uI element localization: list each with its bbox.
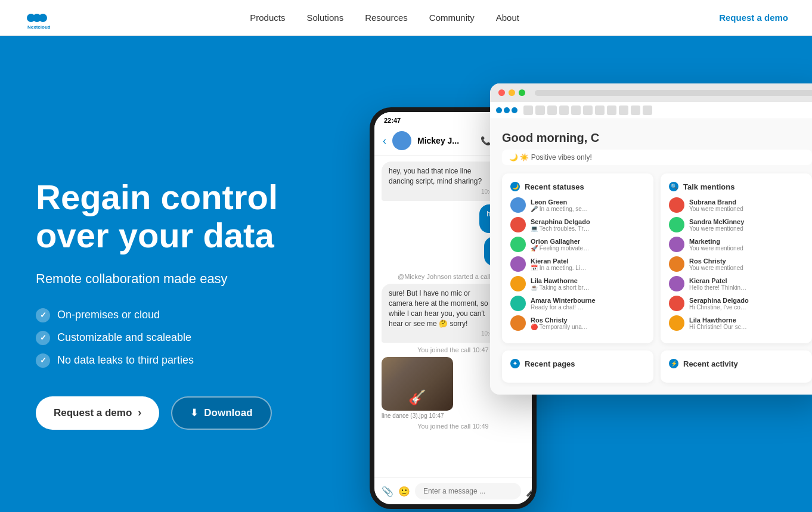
avatar-marketing [669, 237, 684, 252]
phone-time: 22:47 [384, 117, 401, 124]
avatar-kieran-m [669, 276, 684, 291]
hero-left-content: Regain control over your data Remote col… [36, 178, 346, 430]
mention-item-7: Lila Hawthorne Hi Christine! Our schedul… [669, 315, 804, 331]
nav-request-demo[interactable]: Request a demo [719, 13, 788, 23]
toolbar-icon-6 [583, 105, 593, 115]
status-item-4: Kieran Patel 📅 In a meeting. Limited ava… [510, 256, 645, 272]
status-item-7: Ros Christy 🔴 Temporarily unavailable. P… [510, 315, 645, 331]
arrow-icon: › [138, 407, 141, 419]
feature-3: No data leaks to third parties [36, 353, 346, 368]
nav-community[interactable]: Community [429, 13, 475, 23]
hero-subtitle: Remote collaboration made easy [36, 271, 346, 287]
hero-buttons: Request a demo › ⬇ Download [36, 396, 346, 430]
recent-statuses-icon: 🌙 [510, 182, 520, 191]
nav-products[interactable]: Products [250, 13, 285, 23]
image-label: line dance (3).jpg 10:47 [382, 412, 525, 419]
mention-item-1: Subrana Brand You were mentioned [669, 197, 804, 213]
toolbar-icon-1 [523, 105, 533, 115]
svg-text:Nextcloud: Nextcloud [27, 24, 50, 30]
status-item-2: Seraphina Delgado 💻 Tech troubles. Tryin… [510, 217, 645, 232]
status-item-3: Orion Gallagher 🚀 Feeling motivated and … [510, 237, 645, 252]
toolbar-icon-2 [535, 105, 545, 115]
url-bar [535, 90, 812, 96]
desktop-toolbar [490, 102, 812, 119]
avatar-orion [510, 237, 526, 252]
talk-icon: 🔍 [669, 182, 678, 191]
message-4: sure! But I have no mic or camera here a… [382, 284, 503, 343]
window-maximize-dot [519, 89, 525, 96]
chat-image [382, 357, 453, 411]
status-item-5: Lila Hawthorne ☕ Taking a short break. B… [510, 276, 645, 291]
mention-item-3: Marketing You were mentioned [669, 237, 804, 252]
window-minimize-dot [509, 89, 515, 96]
check-icon-3 [36, 353, 50, 368]
talk-mentions-card: 🔍 Talk mentions Subrana Brand You were m… [661, 173, 812, 343]
microphone-icon[interactable]: 🎤 [526, 486, 537, 497]
system-message-3: You joined the call 10:49 [382, 423, 525, 430]
avatar-seraphina-m [669, 296, 684, 311]
recent-pages-card: ✦ Recent pages [502, 350, 653, 383]
mention-item-2: Sandra McKinney You were mentioned [669, 217, 804, 232]
mention-item-5: Kieran Patel Hello there! Thinking of do… [669, 276, 804, 291]
chat-contact-avatar [392, 131, 411, 150]
hero-right-content: 22:47 📶 🔋 ‹ Mickey J... 📞 📹 ⋮ [346, 72, 788, 512]
check-icon-2 [36, 331, 50, 345]
back-button[interactable]: ‹ [383, 135, 386, 147]
nextcloud-logo-icon: Nextcloud [24, 5, 50, 31]
navbar: Nextcloud Products Solutions Resources C… [0, 0, 812, 36]
avatar-lila-m [669, 315, 684, 331]
hero-section: Regain control over your data Remote col… [0, 36, 812, 512]
recent-pages-title: Recent pages [525, 359, 575, 368]
toolbar-icon-8 [607, 105, 616, 115]
status-bar: 🌙 ☀️ Positive vibes only! [502, 150, 812, 165]
nav-resources[interactable]: Resources [365, 13, 408, 23]
desktop-mockup: Good morning, C 🌙 ☀️ Positive vibes only… [490, 83, 812, 395]
hero-features: On-premises or cloud Customizable and sc… [36, 308, 346, 368]
avatar-seraphina [510, 217, 526, 232]
avatar-kieran [510, 256, 526, 272]
recent-statuses-card: 🌙 Recent statuses Leon Green 🎤 In a meet… [502, 173, 653, 343]
toolbar-icon-10 [631, 105, 640, 115]
status-item-1: Leon Green 🎤 In a meeting, seconds ago [510, 197, 645, 213]
logo[interactable]: Nextcloud [24, 5, 50, 31]
phone-input-bar: 📎 🙂 🎤 [374, 477, 532, 504]
desktop-cards-grid: 🌙 Recent statuses Leon Green 🎤 In a meet… [502, 173, 812, 383]
status-text: 🌙 ☀️ Positive vibes only! [509, 153, 592, 162]
toolbar-icon-3 [547, 105, 557, 115]
message-input[interactable] [415, 483, 521, 499]
activity-icon: ⚡ [669, 359, 678, 368]
feature-1: On-premises or cloud [36, 308, 346, 322]
talk-mentions-title: Talk mentions [683, 182, 734, 191]
nav-solutions[interactable]: Solutions [306, 13, 343, 23]
avatar-subrana [669, 197, 684, 213]
mention-item-4: Ros Christy You were mentioned [669, 256, 804, 272]
desktop-titlebar [490, 83, 812, 102]
status-item-6: Amara Winterbourne Ready for a chat! 🚀 1… [510, 296, 645, 311]
avatar-sandra [669, 217, 684, 232]
avatar-lila [510, 276, 526, 291]
avatar-leon [510, 197, 526, 213]
desktop-greeting: Good morning, C [502, 131, 812, 145]
attachment-icon[interactable]: 📎 [382, 486, 393, 497]
toolbar-icon-5 [571, 105, 581, 115]
avatar-amara [510, 296, 526, 311]
avatar-ros [510, 315, 526, 331]
desktop-content: Good morning, C 🌙 ☀️ Positive vibes only… [490, 119, 812, 395]
download-icon: ⬇ [190, 407, 198, 418]
chat-contact-name: Mickey J... [417, 136, 475, 145]
mention-item-6: Seraphina Delgado Hi Christine, I've com… [669, 296, 804, 311]
request-demo-button[interactable]: Request a demo › [36, 396, 159, 430]
pages-icon: ✦ [510, 359, 520, 368]
window-close-dot [498, 89, 505, 96]
download-button[interactable]: ⬇ Download [171, 396, 271, 430]
nextcloud-app-logo [496, 107, 517, 113]
emoji-icon[interactable]: 🙂 [398, 486, 410, 497]
toolbar-icon-9 [619, 105, 628, 115]
toolbar-icon-4 [559, 105, 569, 115]
recent-activity-card: ⚡ Recent activity [661, 350, 812, 383]
svg-point-2 [39, 14, 47, 22]
phone-call-icon[interactable]: 📞 [481, 136, 491, 145]
avatar-ros-m [669, 256, 684, 272]
nav-about[interactable]: About [496, 13, 519, 23]
hero-title: Regain control over your data [36, 178, 346, 255]
